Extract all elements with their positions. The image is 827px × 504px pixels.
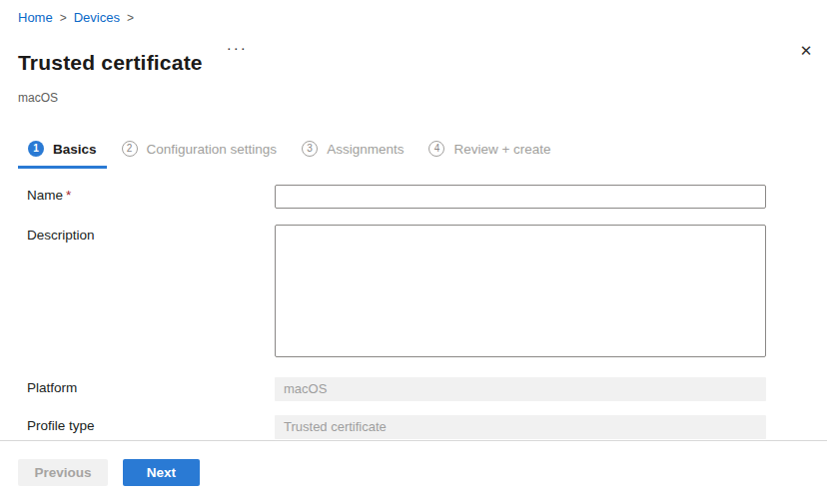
header: Trusted certificate ···	[18, 37, 809, 89]
description-label: Description	[27, 225, 275, 243]
breadcrumb: Home > Devices >	[18, 10, 809, 25]
step-number-badge: 3	[302, 141, 318, 157]
breadcrumb-link-home[interactable]: Home	[18, 10, 53, 25]
step-tab-review-create[interactable]: 4 Review + create	[418, 135, 560, 169]
description-input[interactable]	[275, 225, 766, 357]
name-label: Name*	[27, 185, 275, 203]
next-button[interactable]: Next	[123, 459, 200, 486]
create-profile-pane: Home > Devices > Trusted certificate ···…	[0, 0, 827, 439]
page-title: Trusted certificate	[18, 51, 203, 75]
breadcrumb-separator: >	[127, 11, 134, 25]
wizard-steps: 1 Basics 2 Configuration settings 3 Assi…	[18, 135, 809, 169]
step-label: Assignments	[327, 142, 404, 157]
profile-type-value-field: Trusted certificate	[275, 415, 766, 439]
name-label-text: Name	[27, 188, 63, 203]
step-label: Configuration settings	[147, 142, 278, 157]
form-row-platform: Platform macOS	[18, 377, 809, 401]
wizard-footer: Previous Next	[0, 440, 827, 504]
profile-type-label: Profile type	[27, 415, 275, 433]
breadcrumb-link-devices[interactable]: Devices	[74, 10, 120, 25]
close-icon[interactable]: ✕	[793, 38, 819, 64]
step-label: Review + create	[453, 142, 550, 157]
step-label: Basics	[53, 142, 97, 157]
form-row-description: Description	[18, 225, 809, 360]
step-number-badge: 2	[122, 141, 138, 157]
platform-subtitle: macOS	[18, 91, 809, 105]
step-tab-configuration-settings[interactable]: 2 Configuration settings	[112, 135, 288, 169]
required-asterisk: *	[66, 188, 71, 203]
platform-value-field: macOS	[275, 377, 766, 401]
previous-button[interactable]: Previous	[18, 459, 108, 486]
step-number-badge: 1	[28, 141, 44, 157]
platform-label: Platform	[27, 377, 275, 395]
form-row-profile-type: Profile type Trusted certificate	[18, 415, 809, 439]
step-number-badge: 4	[428, 141, 444, 157]
breadcrumb-separator: >	[60, 11, 67, 25]
more-options-icon[interactable]: ···	[225, 39, 250, 57]
form-row-name: Name*	[18, 185, 809, 209]
name-input[interactable]	[275, 185, 766, 209]
basics-form: Name* Description Platform macOS Profile…	[18, 185, 809, 439]
step-tab-assignments[interactable]: 3 Assignments	[292, 135, 414, 169]
step-tab-basics[interactable]: 1 Basics	[18, 135, 107, 169]
